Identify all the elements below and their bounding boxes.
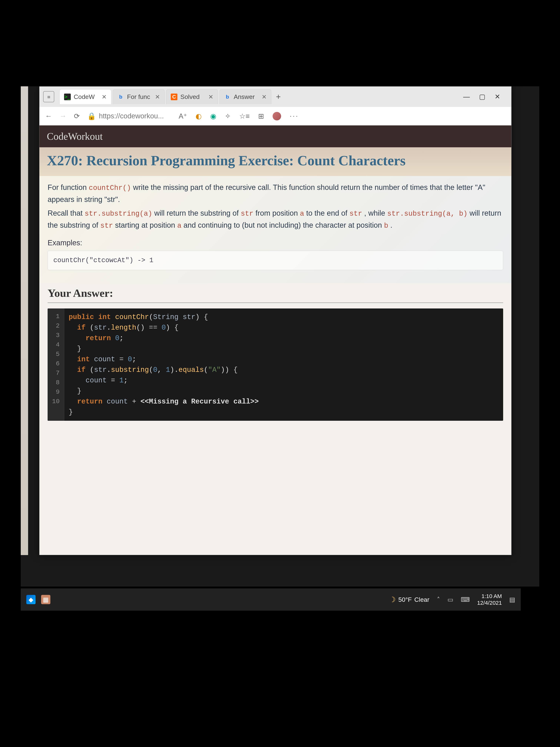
id: str — [183, 313, 195, 321]
text: to the end of — [304, 209, 349, 217]
weather-widget[interactable]: ☽ 50°F Clear — [389, 595, 429, 604]
line-gutter: 1 2 3 4 5 6 7 8 9 10 — [48, 308, 64, 421]
id: str — [94, 324, 107, 332]
fn: equals — [179, 366, 204, 374]
line-no: 4 — [50, 340, 61, 350]
kw: return — [77, 397, 102, 406]
title-band: X270: Recursion Programming Exercise: Co… — [39, 147, 511, 176]
num: 0 — [153, 366, 157, 374]
address-bar[interactable]: 🔒 https://codeworkou... — [87, 112, 164, 120]
text: from position — [254, 209, 300, 217]
fn: countChr — [115, 313, 149, 321]
tab-answer[interactable]: b Answer ✕ — [219, 89, 271, 104]
date: 12/4/2021 — [477, 599, 502, 606]
lock-icon: 🔒 — [87, 112, 96, 120]
text: and continuing to (but not including) th… — [182, 221, 384, 229]
code-editor[interactable]: 1 2 3 4 5 6 7 8 9 10 public int countChr… — [48, 308, 503, 421]
toolbar: ← → ⟳ 🔒 https://codeworkou... A⁺ ◐ ◉ ✧ ☆… — [39, 107, 511, 125]
tab-codeworkout[interactable]: >_ CodeW ✕ — [59, 89, 111, 104]
profile-avatar[interactable] — [273, 112, 281, 121]
tab-bar: ▤ >_ CodeW ✕ b For func ✕ C Solved ✕ b A… — [39, 86, 511, 107]
notifications-icon[interactable]: ▤ — [509, 596, 515, 603]
code-area[interactable]: public int countChr(String str) { if (st… — [64, 308, 263, 421]
code-token: a — [177, 222, 182, 230]
brace: { — [204, 313, 208, 321]
example-code: countChr("ctcowcAt") -> 1 — [53, 257, 153, 264]
brace: } — [69, 408, 73, 416]
chegg-icon: C — [171, 94, 178, 100]
site-name: CodeWorkout — [47, 131, 103, 142]
minimize-button[interactable]: — — [463, 93, 470, 101]
url-text: https://codeworkou... — [99, 112, 164, 120]
code-token: str — [349, 210, 362, 218]
brace: { — [233, 366, 238, 374]
close-icon[interactable]: ✕ — [208, 93, 213, 100]
close-window-button[interactable]: ✕ — [495, 93, 500, 101]
line-no: 7 — [50, 368, 61, 378]
fn: substring — [111, 366, 149, 374]
line-no: 5 — [50, 350, 61, 359]
line-no: 2 — [50, 321, 61, 331]
forward-button[interactable]: → — [59, 112, 66, 120]
battery-icon[interactable]: ▭ — [447, 596, 453, 603]
back-button[interactable]: ← — [45, 112, 52, 120]
extensions-icon[interactable]: ✧ — [225, 112, 231, 120]
close-icon[interactable]: ✕ — [262, 93, 267, 100]
refresh-button[interactable]: ⟳ — [74, 112, 80, 120]
kw: if — [77, 366, 85, 374]
chevron-up-icon[interactable]: ˄ — [437, 596, 440, 603]
collections-icon[interactable]: ⊞ — [258, 112, 264, 120]
op: == — [144, 324, 161, 332]
close-icon[interactable]: ✕ — [102, 93, 107, 100]
code-token: a — [300, 210, 304, 218]
tab-label: Solved — [180, 93, 199, 100]
brace: { — [174, 324, 179, 332]
kw: int — [77, 355, 90, 363]
tab-for-func[interactable]: b For func ✕ — [113, 89, 165, 104]
read-aloud-icon[interactable]: A⁺ — [179, 112, 187, 120]
num: 0 — [128, 355, 132, 363]
clock[interactable]: 1:10 AM 12/4/2021 — [477, 593, 502, 606]
extension-icon[interactable]: ◐ — [195, 112, 202, 120]
example-box: countChr("ctcowcAt") -> 1 — [48, 251, 503, 270]
bartleby-icon: b — [224, 94, 231, 100]
problem-description: For function countChr() write the missin… — [39, 176, 511, 283]
keyboard-icon[interactable]: ⌨ — [461, 596, 470, 603]
tab-solved[interactable]: C Solved ✕ — [166, 89, 218, 104]
close-icon[interactable]: ✕ — [155, 93, 160, 100]
left-window-edge — [21, 86, 28, 555]
num: 1 — [166, 366, 170, 374]
maximize-button[interactable]: ▢ — [479, 93, 485, 101]
brace: } — [77, 345, 81, 353]
kw: return — [85, 334, 111, 342]
time: 1:10 AM — [477, 593, 502, 599]
text: For function — [48, 183, 89, 191]
tab-actions-icon[interactable]: ▤ — [43, 91, 54, 102]
line-no: 9 — [50, 387, 61, 397]
file-explorer-icon[interactable]: ▦ — [41, 595, 50, 604]
text: will return the substring of — [152, 209, 241, 217]
favorites-icon[interactable]: ☆≡ — [239, 112, 250, 120]
line-no: 10 — [50, 397, 61, 406]
grammarly-icon[interactable]: ◉ — [210, 112, 216, 120]
weather-cond: Clear — [414, 596, 429, 603]
id: str — [94, 366, 107, 374]
kw: public — [69, 313, 94, 321]
str: "A" — [208, 366, 220, 374]
new-tab-button[interactable]: + — [273, 92, 284, 101]
start-button[interactable]: ◆ — [26, 595, 35, 604]
browser-window: ▤ >_ CodeW ✕ b For func ✕ C Solved ✕ b A… — [39, 86, 511, 555]
text: Recall that — [48, 209, 85, 217]
site-header[interactable]: CodeWorkout — [39, 125, 511, 147]
taskbar: ◆ ▦ ☽ 50°F Clear ˄ ▭ ⌨ 1:10 AM 12/4/2021… — [21, 588, 521, 611]
code-token: str — [241, 210, 254, 218]
id: count — [107, 397, 128, 406]
tab-label: For func — [127, 93, 150, 100]
fn: length — [111, 324, 136, 332]
missing-call: <<Missing a Recursive call>> — [140, 397, 259, 406]
menu-button[interactable]: ··· — [290, 112, 299, 120]
line-no: 3 — [50, 331, 61, 340]
text: starting at position — [113, 221, 177, 229]
code-token: str.substring(a, b) — [387, 210, 468, 218]
weather-temp: 50°F — [398, 596, 412, 603]
